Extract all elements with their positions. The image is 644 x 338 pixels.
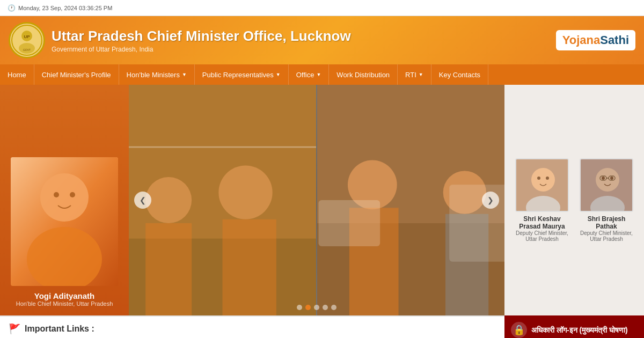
svg-point-29 [546, 177, 549, 180]
nav-office[interactable]: Office ▼ [289, 64, 330, 85]
nav-work-label: Work Distribution [336, 71, 390, 79]
deputy-name-1: Shri Keshav Prasad Maurya [513, 215, 572, 230]
nav-ministers[interactable]: Hon'ble Ministers ▼ [119, 64, 195, 85]
slider-prev-icon: ❮ [140, 196, 146, 204]
nav-work-distribution[interactable]: Work Distribution [329, 64, 398, 85]
nav-key-contacts[interactable]: Key Contacts [431, 64, 488, 85]
svg-rect-16 [129, 146, 316, 148]
svg-point-28 [537, 177, 540, 180]
svg-point-12 [145, 177, 192, 223]
top-bar: 🕐 Monday, 23 Sep, 2024 03:36:25 PM [0, 0, 644, 16]
nav-ministers-label: Hon'ble Ministers [127, 71, 180, 79]
nav-rti-label: RTI [405, 71, 416, 79]
clock-icon: 🕐 [8, 4, 16, 12]
header-title-block: Uttar Pradesh Chief Minister Office, Luc… [52, 28, 351, 53]
nav-contacts-label: Key Contacts [439, 71, 480, 79]
main-content: Yogi Adityanath Hon'ble Chief Minister, … [0, 85, 644, 315]
nav-public-arrow: ▼ [276, 72, 281, 77]
nav-public-label: Public Representatives [202, 71, 274, 79]
slide-image-1 [129, 85, 316, 315]
important-links-panel: 🚩 Important Links : 📋 Important GOs [0, 315, 504, 338]
sidebar-action-buttons: 🔒 अधिकारी लॉग-इन (मुख्यमंत्री घोषणा) 📤 आ… [504, 315, 644, 338]
main-navbar: Home Chief Minister's Profile Hon'ble Mi… [0, 64, 644, 85]
slide-image-2-fill [317, 85, 504, 315]
nav-home[interactable]: Home [0, 64, 34, 85]
officer-login-button[interactable]: 🔒 अधिकारी लॉग-इन (मुख्यमंत्री घोषणा) [504, 315, 644, 338]
cm-name: Yogi Adityanath [16, 291, 113, 300]
cm-panel: Yogi Adityanath Hon'ble Chief Minister, … [0, 85, 129, 315]
yojana-text: Yojana [562, 33, 601, 47]
nav-public-reps[interactable]: Public Representatives ▼ [195, 64, 289, 85]
deputy-title-2: Deputy Chief Minister, Uttar Pradesh [577, 230, 636, 242]
svg-point-14 [218, 166, 272, 219]
svg-point-34 [610, 177, 613, 180]
svg-point-31 [596, 168, 619, 192]
deputy-photo-1 [515, 158, 569, 212]
government-logo: UP GOVT [9, 22, 45, 58]
svg-point-26 [531, 168, 555, 192]
slide-content [129, 85, 504, 315]
cm-name-block: Yogi Adityanath Hon'ble Chief Minister, … [16, 291, 113, 307]
deputy-card-1: Shri Keshav Prasad Maurya Deputy Chief M… [513, 158, 572, 242]
slider-dot-1[interactable] [297, 305, 302, 310]
datetime-text: Monday, 23 Sep, 2024 03:36:25 PM [18, 5, 112, 11]
site-header: UP GOVT Uttar Pradesh Chief Minister Off… [0, 16, 644, 64]
nav-rti-arrow: ▼ [419, 72, 423, 77]
slider-dot-3[interactable] [314, 305, 319, 310]
links-header: 🚩 Important Links : [9, 323, 496, 335]
svg-point-8 [54, 192, 59, 197]
svg-text:GOVT: GOVT [23, 48, 31, 52]
deputy-title-1: Deputy Chief Minister, Uttar Pradesh [513, 230, 572, 242]
nav-office-arrow: ▼ [316, 72, 321, 77]
officer-login-label: अधिकारी लॉग-इन (मुख्यमंत्री घोषणा) [531, 326, 628, 335]
flag-icon: 🚩 [9, 323, 20, 335]
deputies-row: Shri Keshav Prasad Maurya Deputy Chief M… [513, 158, 636, 242]
deputy-card-2: Shri Brajesh Pathak Deputy Chief Ministe… [577, 158, 636, 242]
slider-next-button[interactable]: ❯ [482, 192, 499, 209]
svg-rect-13 [145, 223, 192, 315]
nav-cm-label: Chief Minister's Profile [42, 71, 111, 79]
svg-rect-23 [319, 200, 380, 246]
lock-icon: 🔒 [511, 322, 527, 338]
deputy-photo-2 [580, 158, 633, 212]
image-slider: ❮ ❯ [129, 85, 504, 315]
bottom-section: 🚩 Important Links : 📋 Important GOs [0, 315, 644, 338]
svg-rect-15 [223, 219, 276, 315]
slider-prev-button[interactable]: ❮ [134, 192, 151, 209]
slide-image-2 [317, 85, 504, 315]
links-title: Important Links : [25, 324, 94, 334]
svg-point-33 [602, 177, 605, 180]
cm-photo-placeholder [11, 157, 118, 286]
slider-dots [297, 305, 336, 310]
slider-next-icon: ❯ [487, 196, 494, 204]
site-subtitle: Government of Uttar Pradesh, India [52, 46, 351, 53]
deputy-cm-panel: Shri Keshav Prasad Maurya Deputy Chief M… [504, 85, 644, 315]
datetime-bar: 🕐 Monday, 23 Sep, 2024 03:36:25 PM [8, 4, 112, 12]
slider-dot-4[interactable] [323, 305, 328, 310]
slide-background: ❮ ❯ [129, 85, 504, 315]
deputy-name-2: Shri Brajesh Pathak [577, 215, 636, 230]
header-left: UP GOVT Uttar Pradesh Chief Minister Off… [9, 22, 351, 58]
nav-cm-profile[interactable]: Chief Minister's Profile [34, 64, 119, 85]
site-title: Uttar Pradesh Chief Minister Office, Luc… [52, 28, 351, 45]
slider-dot-5[interactable] [331, 305, 336, 310]
sathi-text: Sathi [600, 33, 629, 47]
cm-photo [11, 157, 118, 286]
svg-text:UP: UP [24, 34, 30, 39]
slider-dot-2[interactable] [305, 305, 311, 310]
yojana-sathi-badge: YojanaSathi [556, 30, 635, 50]
slide-image-1-fill [129, 85, 316, 315]
svg-point-9 [70, 192, 75, 197]
svg-point-6 [40, 173, 89, 222]
cm-title: Hon'ble Chief Minister, Uttar Pradesh [16, 300, 113, 307]
nav-office-label: Office [296, 71, 314, 79]
nav-rti[interactable]: RTI ▼ [398, 64, 431, 85]
nav-home-label: Home [8, 71, 26, 79]
nav-ministers-arrow: ▼ [182, 72, 187, 77]
